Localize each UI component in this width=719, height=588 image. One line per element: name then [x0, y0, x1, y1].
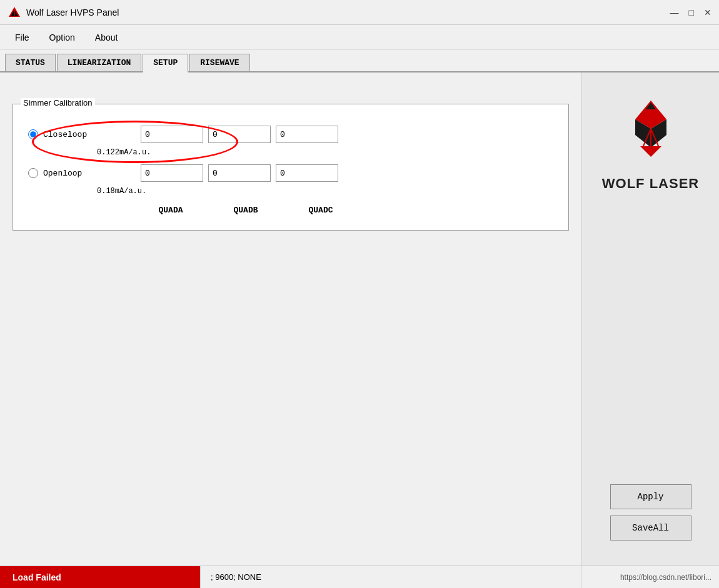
tab-bar: STATUS LINEARIZATION SETUP RISEWAVE — [0, 50, 719, 72]
tab-setup[interactable]: SETUP — [143, 54, 188, 72]
openloop-radio[interactable] — [28, 168, 38, 178]
quadb-header: QUADB — [214, 206, 277, 215]
closeloop-radio[interactable] — [28, 129, 38, 139]
openloop-row: Openloop — [28, 164, 553, 182]
section-title: Simmer Calibration — [21, 98, 95, 107]
closeloop-row: Closeloop — [28, 126, 553, 143]
closeloop-unit: 0.122mA/a.u. — [97, 148, 553, 157]
openloop-unit: 0.18mA/a.u. — [97, 187, 553, 196]
menu-bar: File Option About — [0, 25, 719, 50]
tab-risewave[interactable]: RISEWAVE — [189, 54, 249, 71]
wolf-laser-logo — [616, 97, 685, 169]
right-panel: WOLF LASER Apply SaveAll — [581, 72, 719, 566]
main-area: Simmer Calibration Closeloop 0.122mA/a.u… — [0, 72, 719, 566]
closeloop-quadb-input[interactable] — [208, 126, 271, 143]
tab-linearization[interactable]: LINEARIZATION — [57, 54, 141, 71]
minimize-button[interactable]: — — [670, 7, 679, 17]
apply-button[interactable]: Apply — [610, 484, 691, 509]
status-right-label: https://blog.csdn.net/libori... — [581, 566, 719, 588]
menu-about[interactable]: About — [85, 29, 128, 46]
close-button[interactable]: ✕ — [704, 7, 711, 17]
openloop-label[interactable]: Openloop — [28, 168, 141, 178]
closeloop-quadc-input[interactable] — [276, 126, 338, 143]
window-controls: — □ ✕ — [670, 7, 711, 17]
openloop-quada-input[interactable] — [141, 164, 203, 182]
openloop-quadb-input[interactable] — [208, 164, 271, 182]
right-buttons: Apply SaveAll — [588, 484, 713, 553]
brand-name: WOLF LASER — [602, 176, 699, 192]
closeloop-quada-input[interactable] — [141, 126, 203, 143]
openloop-quadc-input[interactable] — [276, 164, 338, 182]
quadc-header: QUADC — [289, 206, 352, 215]
saveall-button[interactable]: SaveAll — [610, 516, 691, 541]
closeloop-label[interactable]: Closeloop — [28, 129, 141, 139]
status-fail-label: Load Failed — [0, 566, 200, 588]
simmer-calibration-section: Simmer Calibration Closeloop 0.122mA/a.u… — [13, 104, 569, 231]
quada-header: QUADA — [139, 206, 202, 215]
column-headers: QUADA QUADB QUADC — [139, 206, 553, 215]
menu-file[interactable]: File — [5, 29, 39, 46]
title-bar: Wolf Laser HVPS Panel — □ ✕ — [0, 0, 719, 25]
status-mid-label: ; 9600; NONE — [200, 566, 581, 588]
svg-marker-8 — [640, 146, 661, 157]
window-title: Wolf Laser HVPS Panel — [26, 7, 670, 17]
app-logo-icon — [8, 6, 21, 19]
left-panel: Simmer Calibration Closeloop 0.122mA/a.u… — [0, 72, 581, 566]
status-bar: Load Failed ; 9600; NONE https://blog.cs… — [0, 566, 719, 588]
menu-option[interactable]: Option — [39, 29, 85, 46]
maximize-button[interactable]: □ — [689, 7, 694, 17]
tab-status[interactable]: STATUS — [5, 54, 56, 71]
